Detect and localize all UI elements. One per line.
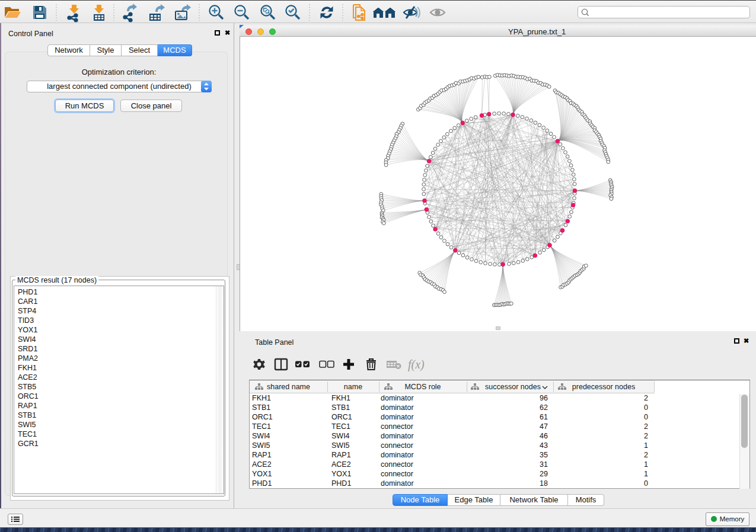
svg-text:f(x): f(x) — [408, 358, 425, 371]
